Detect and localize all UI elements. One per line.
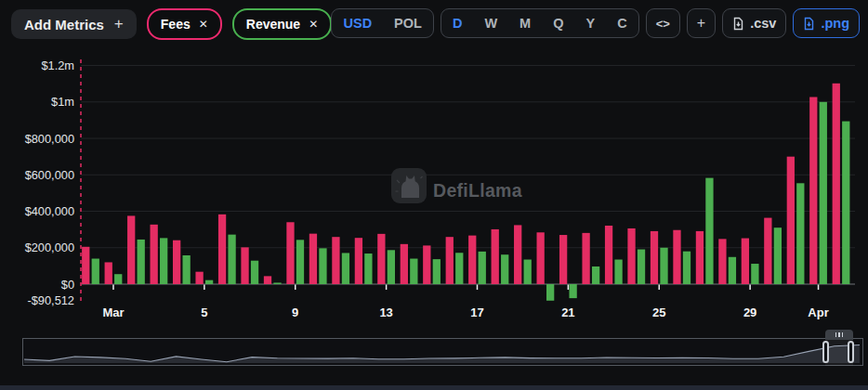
time-range-brush-track[interactable] <box>22 338 863 366</box>
bar-revenue-mar-8[interactable] <box>273 282 281 284</box>
bar-fees-mar-30[interactable] <box>764 218 771 284</box>
bar-revenue-mar-31[interactable] <box>796 183 804 284</box>
bar-fees-mar-5[interactable] <box>195 272 203 284</box>
brush-right-handle[interactable] <box>848 341 854 363</box>
bar-fees-mar-16[interactable] <box>446 237 454 284</box>
bar-revenue-mar-26[interactable] <box>683 252 690 284</box>
bar-revenue-apr-2[interactable] <box>842 122 849 284</box>
download-png-button[interactable]: .png <box>793 8 860 38</box>
bar-revenue-mar-25[interactable] <box>660 248 667 284</box>
metric-chip-revenue[interactable]: Revenue ✕ <box>232 8 332 40</box>
add-chart-button[interactable]: + <box>687 8 716 38</box>
bar-fees-mar-20[interactable] <box>537 232 545 284</box>
bar-revenue-apr-1[interactable] <box>820 102 827 284</box>
interval-monthly-button[interactable]: M <box>508 9 542 37</box>
bar-fees-mar-21[interactable] <box>559 235 567 284</box>
bar-fees-mar-13[interactable] <box>377 234 385 284</box>
bar-revenue-mar-19[interactable] <box>524 260 532 284</box>
currency-toggle: USD POL <box>331 8 433 38</box>
bar-revenue-mar-13[interactable] <box>388 250 395 284</box>
bar-fees-mar-17[interactable] <box>468 236 476 284</box>
bar-revenue-mar-14[interactable] <box>410 259 417 284</box>
bar-revenue-mar-18[interactable] <box>501 254 508 284</box>
bar-revenue-mar-9[interactable] <box>296 240 304 284</box>
add-metrics-button[interactable]: Add Metrics + <box>11 9 137 39</box>
bar-revenue-mar-16[interactable] <box>455 253 463 284</box>
close-icon[interactable]: ✕ <box>309 18 318 31</box>
fees-revenue-bar-chart[interactable]: $1.2m$1m$800,000$600,000$400,000$200,000… <box>0 0 868 332</box>
bar-revenue-mar-29[interactable] <box>751 264 758 284</box>
bar-fees-mar-27[interactable] <box>696 231 704 284</box>
currency-pol-button[interactable]: POL <box>383 9 433 37</box>
bar-revenue-feb-28[interactable] <box>92 259 99 284</box>
bar-revenue-mar-12[interactable] <box>364 254 372 284</box>
bar-revenue-mar-22[interactable] <box>592 266 599 284</box>
metric-chip-fees[interactable]: Fees ✕ <box>147 8 222 40</box>
bar-revenue-mar-11[interactable] <box>342 253 349 284</box>
bar-fees-mar-23[interactable] <box>605 226 612 284</box>
sparkline-area <box>24 345 860 364</box>
bar-fees-apr-1[interactable] <box>809 98 817 285</box>
bar-fees-mar-14[interactable] <box>401 244 408 284</box>
bar-revenue-mar-7[interactable] <box>251 261 258 284</box>
bar-fees-mar-6[interactable] <box>218 214 226 284</box>
bar-revenue-mar-20[interactable] <box>546 284 554 301</box>
bar-fees-apr-2[interactable] <box>833 84 840 284</box>
download-csv-button[interactable]: .csv <box>722 8 786 38</box>
bar-fees-mar-10[interactable] <box>309 234 317 284</box>
bar-revenue-mar-15[interactable] <box>433 259 441 284</box>
close-icon[interactable]: ✕ <box>199 18 208 31</box>
bar-revenue-mar-2[interactable] <box>138 240 145 284</box>
bar-fees-mar-15[interactable] <box>423 245 430 284</box>
bar-revenue-mar-28[interactable] <box>729 257 736 284</box>
horizontal-scrollbar[interactable] <box>0 385 868 390</box>
bar-revenue-mar-1[interactable] <box>114 274 122 284</box>
bar-fees-mar-24[interactable] <box>627 228 635 284</box>
brush-left-handle[interactable] <box>822 341 829 363</box>
bar-revenue-mar-17[interactable] <box>479 252 486 284</box>
bar-fees-mar-9[interactable] <box>286 222 294 284</box>
bar-fees-mar-18[interactable] <box>492 229 499 284</box>
bar-revenue-mar-6[interactable] <box>228 235 235 284</box>
interval-quarterly-button[interactable]: Q <box>542 9 574 37</box>
interval-yearly-button[interactable]: Y <box>574 9 606 37</box>
interval-weekly-button[interactable]: W <box>473 9 508 37</box>
bar-revenue-mar-21[interactable] <box>569 284 576 298</box>
bar-fees-mar-28[interactable] <box>718 239 726 284</box>
bar-revenue-mar-4[interactable] <box>182 255 190 284</box>
bar-fees-mar-11[interactable] <box>332 237 339 284</box>
bar-fees-mar-3[interactable] <box>151 225 158 284</box>
bar-fees-mar-2[interactable] <box>127 215 135 284</box>
y-axis-label: $1m <box>51 95 74 109</box>
bar-fees-mar-4[interactable] <box>173 240 180 284</box>
interval-cumulative-button[interactable]: C <box>606 9 638 37</box>
bar-revenue-mar-10[interactable] <box>319 248 326 284</box>
bar-revenue-mar-24[interactable] <box>638 250 645 284</box>
x-axis-label: Mar <box>102 306 124 319</box>
bar-fees-mar-25[interactable] <box>651 231 658 284</box>
bar-revenue-mar-3[interactable] <box>160 238 167 284</box>
brush-grip-handle[interactable] <box>825 330 853 340</box>
y-axis-label: $200,000 <box>25 240 74 254</box>
y-axis-label: $400,000 <box>25 204 74 218</box>
metrics-toolbar: Add Metrics + Fees ✕ Revenue ✕ <box>11 8 332 40</box>
bar-fees-feb-28[interactable] <box>82 247 89 284</box>
bar-fees-mar-31[interactable] <box>787 157 795 284</box>
bar-fees-mar-29[interactable] <box>742 239 749 284</box>
bar-fees-mar-12[interactable] <box>355 238 362 284</box>
bar-revenue-mar-27[interactable] <box>705 178 713 284</box>
bar-fees-mar-26[interactable] <box>673 230 680 284</box>
bar-revenue-mar-23[interactable] <box>614 260 622 284</box>
bar-fees-mar-1[interactable] <box>105 262 112 284</box>
x-axis-label: 29 <box>743 306 756 319</box>
bar-fees-mar-19[interactable] <box>514 225 521 284</box>
bar-revenue-mar-5[interactable] <box>205 280 213 284</box>
currency-usd-button[interactable]: USD <box>332 9 383 37</box>
interval-daily-button[interactable]: D <box>441 9 473 37</box>
embed-code-button[interactable]: <> <box>646 8 680 38</box>
x-axis-label: 25 <box>652 306 665 319</box>
bar-fees-mar-7[interactable] <box>241 247 248 284</box>
bar-revenue-mar-30[interactable] <box>774 228 782 284</box>
bar-fees-mar-8[interactable] <box>264 276 271 284</box>
bar-fees-mar-22[interactable] <box>582 233 589 284</box>
